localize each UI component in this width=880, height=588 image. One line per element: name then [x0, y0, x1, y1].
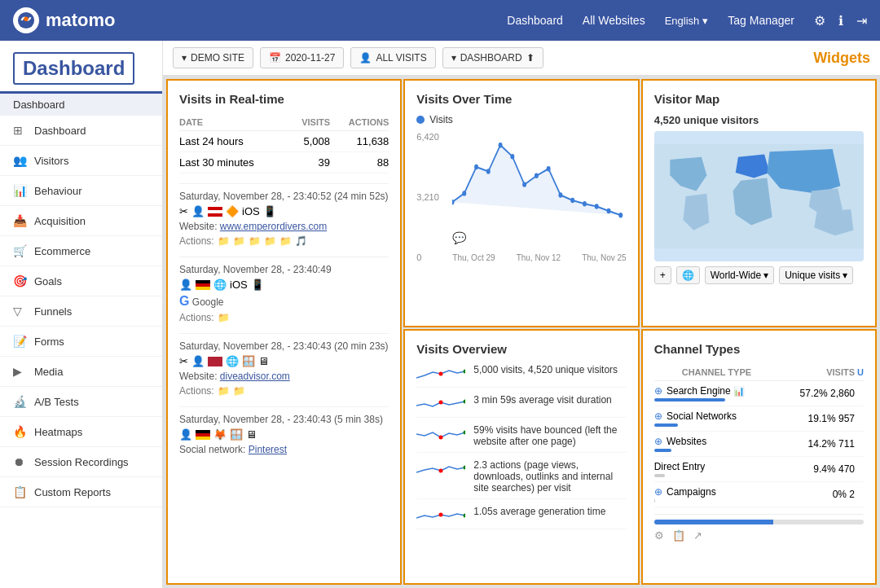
visit-time-3: Saturday, November 28, - 23:40:43 (20 mi…: [179, 340, 389, 352]
widget-realtime: Visits in Real-time DATE VISITS ACTIONS …: [166, 79, 402, 585]
legend-dot: [416, 116, 425, 124]
desktop-icon: 🖥: [258, 355, 269, 367]
win-icon: 🪟: [242, 355, 255, 367]
chart-legend: Visits: [416, 114, 626, 125]
metric-dropdown[interactable]: Unique visits ▾: [779, 266, 853, 284]
visit-block-1: Saturday, November 28, - 23:40:52 (24 mi…: [179, 183, 389, 247]
y-label-3: 0: [416, 252, 446, 262]
logo[interactable]: matomo: [13, 7, 116, 33]
region-dropdown[interactable]: World-Wide ▾: [705, 266, 774, 284]
audio-icon: 🎵: [295, 235, 307, 247]
info-icon[interactable]: ℹ: [838, 13, 843, 29]
sidebar-item-ecommerce[interactable]: 🛒 Ecommerce: [0, 236, 162, 266]
visit-block-3: Saturday, November 28, - 23:40:43 (20 mi…: [179, 333, 389, 397]
social-link-4[interactable]: Pinterest: [249, 444, 287, 455]
realtime-table: DATE VISITS ACTIONS Last 24 hours 5,008 …: [179, 114, 389, 173]
list-item: 5,000 visits, 4,520 unique visitors: [416, 364, 626, 388]
widget-overtime: Visits Over Time Visits 6,420 3,210 0: [403, 79, 639, 327]
x-label-1: Thu, Oct 29: [452, 253, 495, 262]
plus-icon-5: ⊕: [654, 486, 662, 498]
sidebar-item-goals[interactable]: 🎯 Goals: [0, 266, 162, 296]
channel-bar-3: [654, 449, 671, 452]
logo-icon: [13, 7, 39, 33]
plus-icon-2: ⊕: [654, 410, 662, 422]
ch-row-3-name: ⊕ Websites: [654, 432, 780, 457]
ch-col-u: U: [855, 364, 864, 381]
sidebar-item-acquisition[interactable]: 📥 Acquisition: [0, 206, 162, 236]
site-selector[interactable]: ▾ DEMO SITE: [173, 47, 253, 68]
sidebar-item-behaviour[interactable]: 📊 Behaviour: [0, 176, 162, 206]
sparkline-3: [416, 426, 465, 442]
svg-point-10: [439, 513, 443, 517]
sidebar-item-session-recordings[interactable]: ⏺ Session Recordings: [0, 447, 162, 477]
zoom-in-button[interactable]: +: [654, 266, 671, 284]
site-link-1[interactable]: www.emperordivers.com: [220, 221, 327, 232]
svg-point-6: [439, 436, 443, 440]
bot-icon: ✂: [179, 355, 188, 367]
ch-row-1-name: ⊕ Search Engine 📊: [654, 381, 780, 406]
widget-overtime-title: Visits Over Time: [416, 92, 626, 106]
sidebar-item-media[interactable]: ▶ Media: [0, 357, 162, 387]
x-label-2: Thu, Nov 12: [517, 253, 561, 262]
sidebar-item-dashboard[interactable]: ⊞ Dashboard: [0, 116, 162, 146]
row1-actions: 11,638: [330, 131, 389, 152]
sidebar-header: Dashboard: [0, 41, 162, 94]
svg-point-3: [464, 370, 466, 374]
widget-overview: Visits Overview 5,000 visits, 4,520 uniq…: [403, 329, 639, 585]
plus-icon-3: ⊕: [654, 436, 662, 447]
folder-icon2: 📁: [233, 235, 245, 247]
nav-language[interactable]: English ▾: [665, 15, 709, 27]
sidebar-sub-dashboard[interactable]: Dashboard: [0, 94, 162, 116]
copy-icon[interactable]: 📋: [672, 529, 685, 542]
segment-icon: 👤: [359, 52, 372, 64]
metric-4: 2.3 actions (page views, downloads, outl…: [473, 459, 626, 494]
zoom-out-button[interactable]: 🌐: [676, 266, 700, 284]
ab-icon: 🔬: [13, 395, 26, 408]
widget-overview-title: Visits Overview: [416, 342, 626, 356]
sidebar-item-custom-reports[interactable]: 📋 Custom Reports: [0, 477, 162, 507]
os-label-2: iOS: [230, 279, 248, 291]
plus-icon-1: ⊕: [654, 385, 662, 397]
visit-time-2: Saturday, November 28, - 23:40:49: [179, 264, 389, 275]
row1-visits: 5,008: [288, 131, 330, 152]
logout-icon[interactable]: ⇥: [856, 13, 867, 29]
date-selector[interactable]: 📅 2020-11-27: [260, 47, 344, 68]
media-icon: ▶: [13, 365, 26, 378]
device-icon: ✂: [179, 205, 188, 217]
sidebar: Dashboard Dashboard ⊞ Dashboard 👥 Visito…: [0, 41, 163, 588]
visit-icons-1: ✂ 👤 🔶 iOS 📱: [179, 205, 389, 217]
nav-all-websites[interactable]: All Websites: [583, 14, 645, 27]
settings-icon-2[interactable]: ⚙: [654, 529, 664, 542]
flag-icon: [208, 207, 222, 217]
widget-channels: Channel Types CHANNEL TYPE VISITS U ⊕: [641, 329, 877, 585]
y-label-2: 3,210: [416, 192, 446, 202]
table-row: ⊕ Social Networks 19.1% 957: [654, 406, 864, 432]
channels-actions: ⚙ 📋 ↗: [654, 529, 864, 542]
sidebar-item-funnels[interactable]: ▽ Funnels: [0, 296, 162, 327]
nav-tag-manager[interactable]: Tag Manager: [728, 14, 794, 27]
site-link-3[interactable]: diveadvisor.com: [220, 371, 290, 382]
view-selector[interactable]: ▾ DASHBOARD ⬆: [442, 47, 543, 68]
page-title: Dashboard: [13, 52, 134, 85]
sidebar-item-visitors[interactable]: 👥 Visitors: [0, 146, 162, 176]
visit-site-3: Website: diveadvisor.com: [179, 371, 389, 382]
data-point: [547, 166, 551, 171]
sidebar-item-heatmaps[interactable]: 🔥 Heatmaps: [0, 417, 162, 447]
forms-icon: 📝: [13, 335, 26, 348]
ch-row-2-name: ⊕ Social Networks: [654, 406, 780, 432]
sidebar-item-forms[interactable]: 📝 Forms: [0, 327, 162, 357]
settings-icon[interactable]: ⚙: [814, 13, 825, 29]
chat-icon[interactable]: 💬: [452, 231, 466, 244]
sparkline-1: [416, 366, 465, 382]
row2-visits: 39: [288, 152, 330, 173]
nav-dashboard[interactable]: Dashboard: [507, 14, 563, 27]
visit-block-4: Saturday, November 28, - 23:40:43 (5 min…: [179, 406, 389, 455]
segment-selector[interactable]: 👤 ALL VISITS: [350, 47, 435, 68]
sidebar-item-ab-tests[interactable]: 🔬 A/B Tests: [0, 387, 162, 417]
share-icon[interactable]: ↗: [693, 529, 702, 542]
data-point: [595, 204, 599, 208]
sparkline-4: [416, 461, 465, 477]
os-icon: iOS: [242, 205, 260, 217]
toolbar: ▾ DEMO SITE 📅 2020-11-27 👤 ALL VISITS ▾ …: [163, 41, 880, 76]
map-container: [654, 131, 864, 261]
